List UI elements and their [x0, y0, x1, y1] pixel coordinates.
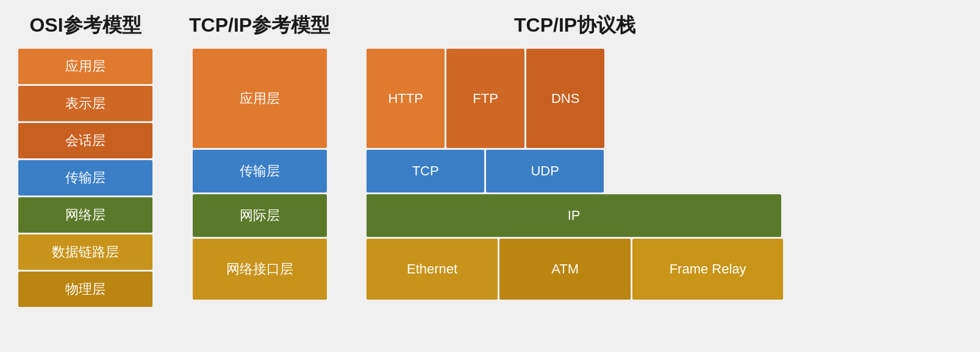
osi-layer-6: 表示层 — [18, 86, 152, 121]
proto-atm: ATM — [499, 239, 631, 300]
proto-tcp: TCP — [367, 150, 484, 192]
proto-dns: DNS — [526, 49, 604, 148]
link-layer-row: Ethernet ATM Frame Relay — [367, 239, 783, 300]
osi-title: OSI参考模型 — [29, 12, 141, 39]
osi-layer-2: 数据链路层 — [18, 234, 152, 270]
osi-section: OSI参考模型 应用层 表示层 会话层 传输层 网络层 数据链路层 物理层 — [18, 12, 152, 307]
network-layer-row: IP — [367, 194, 783, 237]
proto-ip: IP — [367, 194, 781, 237]
tcpip-ref-title: TCP/IP参考模型 — [189, 12, 330, 39]
proto-udp: UDP — [486, 150, 604, 192]
transport-layer-row: TCP UDP — [367, 150, 783, 192]
osi-stack: 应用层 表示层 会话层 传输层 网络层 数据链路层 物理层 — [18, 49, 152, 307]
proto-frame-relay: Frame Relay — [632, 239, 783, 300]
osi-layer-5: 会话层 — [18, 123, 152, 158]
tcpip-ref-link: 网络接口层 — [193, 239, 327, 300]
proto-http: HTTP — [367, 49, 445, 148]
tcpip-ref-app: 应用层 — [193, 49, 327, 148]
osi-layer-7: 应用层 — [18, 49, 152, 84]
osi-layer-3: 网络层 — [18, 197, 152, 233]
osi-layer-4: 传输层 — [18, 160, 152, 195]
app-layer-row: HTTP FTP DNS — [367, 49, 783, 148]
proto-ftp: FTP — [446, 49, 524, 148]
tcpip-proto-title: TCP/IP协议栈 — [514, 12, 635, 39]
tcpip-proto-section: TCP/IP协议栈 HTTP FTP DNS TCP UDP I — [367, 12, 783, 300]
tcpip-ref-stack: 应用层 传输层 网际层 网络接口层 — [193, 49, 327, 300]
tcpip-proto-stack: HTTP FTP DNS TCP UDP IP — [367, 49, 783, 300]
tcpip-ref-section: TCP/IP参考模型 应用层 传输层 网际层 网络接口层 — [189, 12, 330, 300]
osi-layer-1: 物理层 — [18, 272, 152, 307]
tcpip-ref-transport: 传输层 — [193, 150, 327, 192]
tcpip-ref-network: 网际层 — [193, 194, 327, 237]
proto-ethernet: Ethernet — [367, 239, 498, 300]
